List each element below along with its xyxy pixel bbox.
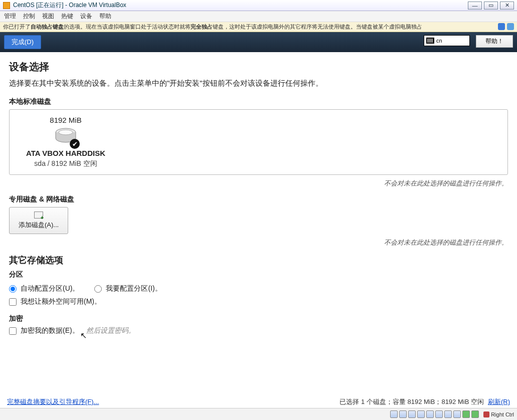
notify-bold: 完全独占 <box>191 23 213 31</box>
selected-check-icon: ✔ <box>70 139 80 149</box>
menu-item[interactable]: 设备 <box>80 12 92 21</box>
close-button[interactable]: ✕ <box>500 2 514 10</box>
hostkey-icon <box>483 411 489 417</box>
notify-text: 的选项。现在当该虚拟电脑窗口处于活动状态时就将 <box>64 23 191 31</box>
disk-item[interactable]: 8192 MiB ✔ ATA VBOX HARDDISK sda / 8192 … <box>16 116 116 168</box>
display-icon[interactable] <box>435 410 443 418</box>
notify-text: 键盘，这时处于该虚拟电脑外的其它程序将无法使用键盘。当键盘被某个虚拟电脑独占 <box>213 23 422 31</box>
page-intro: 选择要在其中安装系统的设备。点击主菜单中的"开始安装"按钮前不会对该设备进行任何… <box>9 79 508 88</box>
add-disk-icon <box>34 212 43 219</box>
content-area: 设备选择 选择要在其中安装系统的设备。点击主菜单中的"开始安装"按钮前不会对该设… <box>0 52 517 408</box>
selection-summary: 已选择 1 个磁盘；容量 8192 MiB；8192 MiB 空闲 <box>339 397 484 406</box>
encrypt-hint: 然后设置密码。 <box>86 326 135 335</box>
ime-indicator[interactable]: cn <box>424 35 470 46</box>
keyboard-capture-notification: 你已打开了 自动独占键盘 的选项。现在当该虚拟电脑窗口处于活动状态时就将 完全独… <box>0 22 517 32</box>
hostkey-label: Right Ctrl <box>491 411 514 417</box>
dismiss-notification-icon[interactable] <box>498 23 505 30</box>
menu-item[interactable]: 帮助 <box>99 12 111 21</box>
shared-folder-icon[interactable] <box>426 410 434 418</box>
extra-space-label: 我想让额外空间可用(M)。 <box>21 297 101 306</box>
auto-partition-label: 自动配置分区(U)。 <box>21 284 79 293</box>
add-disk-button[interactable]: 添加磁盘(A)... <box>9 207 68 234</box>
disk-detail: sda / 8192 MiB 空闲 <box>16 159 116 168</box>
refresh-link[interactable]: 刷新(R) <box>488 397 510 406</box>
disk-icon-wrap: ✔ <box>55 127 77 146</box>
auto-partition-radio[interactable]: 自动配置分区(U)。 <box>9 284 79 293</box>
auto-partition-input[interactable] <box>9 285 17 293</box>
optical-drive-icon[interactable] <box>399 410 407 418</box>
window-titlebar: CentOS [正在运行] - Oracle VM VirtualBox — ▭… <box>0 0 517 11</box>
notify-bold: 自动独占键盘 <box>31 23 64 31</box>
host-key-indicator: Right Ctrl <box>483 411 514 417</box>
network-icon[interactable] <box>408 410 416 418</box>
help-button[interactable]: 帮助！ <box>476 35 513 48</box>
svg-point-1 <box>59 130 73 135</box>
extra-space-input[interactable] <box>9 298 17 306</box>
virtualbox-icon <box>3 2 10 9</box>
menu-item[interactable]: 热键 <box>61 12 73 21</box>
ime-label: cn <box>436 38 442 44</box>
installer-header: 完成(D) cn 帮助！ <box>0 32 517 52</box>
audio-icon[interactable] <box>453 410 461 418</box>
done-button[interactable]: 完成(D) <box>4 35 41 49</box>
encrypt-check[interactable]: 加密我的数据(E)。 然后设置密码。 <box>9 326 508 335</box>
keyboard-capture-status-icon[interactable] <box>471 410 479 418</box>
menu-item[interactable]: 管理 <box>4 12 16 21</box>
disk-note: 不会对未在此处选择的磁盘进行任何操作。 <box>9 238 508 247</box>
encrypt-label: 加密 <box>9 314 508 323</box>
local-disks-frame: 8192 MiB ✔ ATA VBOX HARDDISK sda / 8192 … <box>9 109 508 175</box>
recording-icon[interactable] <box>444 410 452 418</box>
page-title: 设备选择 <box>9 60 508 74</box>
mouse-integration-status-icon[interactable] <box>462 410 470 418</box>
menu-item[interactable]: 控制 <box>23 12 35 21</box>
menu-item[interactable]: 视图 <box>42 12 54 21</box>
other-storage-title: 其它存储选项 <box>9 254 508 266</box>
manual-partition-input[interactable] <box>94 285 102 293</box>
add-disk-label: 添加磁盘(A)... <box>19 221 59 229</box>
disk-note: 不会对未在此处选择的磁盘进行任何操作。 <box>9 179 508 188</box>
extra-space-check[interactable]: 我想让额外空间可用(M)。 <box>9 297 508 306</box>
hd-activity-icon[interactable] <box>390 410 398 418</box>
menu-bar: 管理 控制 视图 热键 设备 帮助 <box>0 11 517 22</box>
network-disks-label: 专用磁盘 & 网络磁盘 <box>9 195 508 204</box>
notify-text: 你已打开了 <box>3 23 31 31</box>
full-summary-link[interactable]: 完整磁盘摘要以及引导程序(F)... <box>7 397 99 406</box>
mouse-integration-icon[interactable] <box>507 23 514 30</box>
minimize-button[interactable]: — <box>468 2 482 10</box>
partition-label: 分区 <box>9 270 508 279</box>
disk-size: 8192 MiB <box>16 116 116 124</box>
encrypt-input[interactable] <box>9 327 17 335</box>
encrypt-check-label: 加密我的数据(E)。 <box>21 326 79 335</box>
maximize-button[interactable]: ▭ <box>484 2 498 10</box>
usb-icon[interactable] <box>417 410 425 418</box>
manual-partition-radio[interactable]: 我要配置分区(I)。 <box>94 284 161 293</box>
window-title: CentOS [正在运行] - Oracle VM VirtualBox <box>13 1 466 10</box>
local-disks-label: 本地标准磁盘 <box>9 97 508 106</box>
keyboard-icon <box>426 38 434 44</box>
vm-status-bar: Right Ctrl <box>0 408 517 420</box>
manual-partition-label: 我要配置分区(I)。 <box>106 284 161 293</box>
disk-name: ATA VBOX HARDDISK <box>16 149 116 157</box>
footer-bar: 完整磁盘摘要以及引导程序(F)... 已选择 1 个磁盘；容量 8192 MiB… <box>0 396 517 408</box>
